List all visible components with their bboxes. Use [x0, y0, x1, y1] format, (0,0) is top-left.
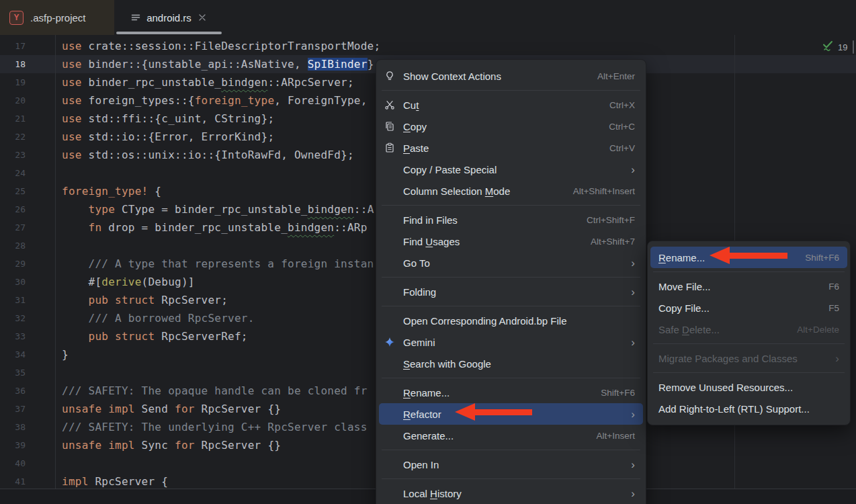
- code-line[interactable]: [62, 454, 380, 472]
- line-number[interactable]: 31: [0, 291, 26, 309]
- line-number[interactable]: 40: [0, 454, 26, 472]
- line-number[interactable]: 18: [0, 55, 26, 73]
- code-line[interactable]: impl RpcServer {: [62, 472, 380, 489]
- line-number[interactable]: 30: [0, 273, 26, 291]
- code-line[interactable]: /// SAFETY: The underlying C++ RpcServer…: [62, 418, 380, 436]
- code-line[interactable]: /// A type that represents a foreign ins…: [62, 255, 380, 273]
- menu-item-label: Folding: [403, 286, 436, 298]
- menu-item-find-in-files[interactable]: Find in FilesCtrl+Shift+F: [379, 209, 643, 230]
- line-number[interactable]: 25: [0, 182, 26, 200]
- lightbulb-icon: [384, 71, 400, 81]
- menu-item-find-usages[interactable]: Find UsagesAlt+Shift+7: [379, 230, 643, 252]
- code-line[interactable]: }: [62, 345, 380, 364]
- menu-item-copy[interactable]: CopyCtrl+C: [379, 116, 643, 137]
- line-number[interactable]: 32: [0, 309, 26, 327]
- menu-item-go-to[interactable]: Go To›: [379, 252, 643, 274]
- code-line[interactable]: pub struct RpcServer;: [62, 291, 380, 309]
- menu-item-label: Copy: [403, 121, 427, 132]
- shortcut-hint: Alt+Shift+7: [591, 237, 635, 247]
- code-line[interactable]: /// SAFETY: The opaque handle can be clo…: [62, 382, 380, 400]
- line-number[interactable]: 27: [0, 218, 26, 237]
- menu-item-paste[interactable]: PasteCtrl+V: [379, 137, 643, 159]
- line-number[interactable]: 26: [0, 200, 26, 218]
- shortcut-hint: Shift+F6: [805, 253, 839, 263]
- menu-item-label: Move File...: [658, 281, 711, 292]
- chevron-right-icon: ›: [835, 353, 839, 364]
- inspections-widget[interactable]: 19: [821, 40, 847, 54]
- line-number[interactable]: 24: [0, 164, 26, 182]
- menu-item-add-right-to-left-rtl-support[interactable]: Add Right-to-Left (RTL) Support...: [650, 398, 847, 419]
- code-line[interactable]: use crate::session::FileDescriptorTransp…: [62, 37, 380, 55]
- code-line[interactable]: unsafe impl Sync for RpcServer {}: [62, 436, 380, 454]
- menu-item-rename[interactable]: Rename...Shift+F6: [379, 382, 643, 403]
- line-number[interactable]: 23: [0, 146, 26, 164]
- code-line[interactable]: [62, 237, 380, 255]
- code-line[interactable]: use std::ffi::{c_uint, CString};: [62, 110, 380, 128]
- line-number[interactable]: 19: [0, 73, 26, 91]
- code-line[interactable]: [62, 364, 380, 382]
- code-line[interactable]: use std::os::unix::io::{IntoRawFd, Owned…: [62, 146, 380, 164]
- code-line[interactable]: #[derive(Debug)]: [62, 273, 380, 291]
- menu-item-label: Generate...: [403, 430, 454, 442]
- project-widget[interactable]: Y .asfp-project: [0, 0, 114, 35]
- tab-android-rs[interactable]: android.rs: [116, 0, 222, 35]
- code-line[interactable]: use binder_rpc_unstable_bindgen::ARpcSer…: [62, 73, 380, 91]
- line-number[interactable]: 36: [0, 382, 26, 400]
- line-number[interactable]: 20: [0, 91, 26, 110]
- line-number[interactable]: 34: [0, 345, 26, 364]
- menu-item-label: Search with Google: [403, 358, 491, 370]
- menu-item-column-selection-mode[interactable]: Column Selection ModeAlt+Shift+Insert: [379, 180, 643, 202]
- line-number[interactable]: 41: [0, 472, 26, 489]
- paste-icon: [384, 142, 400, 153]
- inspection-ok-icon: [821, 40, 834, 54]
- scrollbar-marker: [853, 40, 854, 54]
- menu-item-open-in[interactable]: Open In›: [379, 454, 643, 475]
- line-number[interactable]: 38: [0, 418, 26, 436]
- code-line[interactable]: foreign_type! {: [62, 182, 380, 200]
- line-number[interactable]: 21: [0, 110, 26, 128]
- menu-item-show-context-actions[interactable]: Show Context ActionsAlt+Enter: [379, 65, 643, 87]
- menu-item-move-file[interactable]: Move File...F6: [650, 276, 847, 297]
- shortcut-hint: Shift+F6: [601, 388, 635, 398]
- menu-item-cut[interactable]: CutCtrl+X: [379, 94, 643, 116]
- menu-item-label: Go To: [403, 257, 430, 269]
- code-line[interactable]: type CType = binder_rpc_unstable_bindgen…: [62, 200, 380, 218]
- menu-item-label: Refactor: [403, 409, 441, 420]
- code-line[interactable]: use foreign_types::{foreign_type, Foreig…: [62, 91, 380, 110]
- menu-item-search-with-google[interactable]: Search with Google: [379, 353, 643, 374]
- close-icon[interactable]: [197, 12, 208, 23]
- menu-item-label: Gemini: [403, 337, 435, 348]
- code-line[interactable]: use std::io::{Error, ErrorKind};: [62, 128, 380, 146]
- code-line[interactable]: use binder::{unstable_api::AsNative, SpI…: [62, 55, 380, 73]
- menu-item-label: Find Usages: [403, 236, 460, 247]
- code-area[interactable]: use crate::session::FileDescriptorTransp…: [62, 37, 380, 489]
- line-number[interactable]: 22: [0, 128, 26, 146]
- menu-item-generate[interactable]: Generate...Alt+Insert: [379, 425, 643, 446]
- chevron-right-icon: ›: [631, 337, 635, 348]
- line-number[interactable]: 35: [0, 364, 26, 382]
- menu-separator: [382, 205, 640, 206]
- code-line[interactable]: [62, 164, 380, 182]
- line-number[interactable]: 29: [0, 255, 26, 273]
- menu-item-open-corresponding-android-bp-file[interactable]: Open Corresponding Android.bp File: [379, 310, 643, 331]
- menu-item-copy-file[interactable]: Copy File...F5: [650, 297, 847, 319]
- menu-item-label: Cut: [403, 99, 419, 111]
- code-line[interactable]: fn drop = binder_rpc_unstable_bindgen::A…: [62, 218, 380, 237]
- line-number[interactable]: 37: [0, 400, 26, 418]
- menu-item-copy-paste-special[interactable]: Copy / Paste Special›: [379, 159, 643, 180]
- menu-item-label: Rename...: [658, 252, 705, 263]
- menu-item-local-history[interactable]: Local History›: [379, 482, 643, 504]
- line-number-gutter[interactable]: 1718192021222324252627282930313233343536…: [0, 37, 26, 489]
- line-number[interactable]: 39: [0, 436, 26, 454]
- code-line[interactable]: pub struct RpcServerRef;: [62, 327, 380, 345]
- chevron-right-icon: ›: [631, 257, 635, 269]
- code-line[interactable]: unsafe impl Send for RpcServer {}: [62, 400, 380, 418]
- shortcut-hint: Alt+Shift+Insert: [573, 186, 635, 196]
- menu-item-folding[interactable]: Folding›: [379, 281, 643, 302]
- line-number[interactable]: 17: [0, 37, 26, 55]
- code-line[interactable]: /// A borrowed RpcServer.: [62, 309, 380, 327]
- line-number[interactable]: 28: [0, 237, 26, 255]
- line-number[interactable]: 33: [0, 327, 26, 345]
- menu-item-remove-unused-resources[interactable]: Remove Unused Resources...: [650, 376, 847, 398]
- menu-item-gemini[interactable]: Gemini›: [379, 331, 643, 353]
